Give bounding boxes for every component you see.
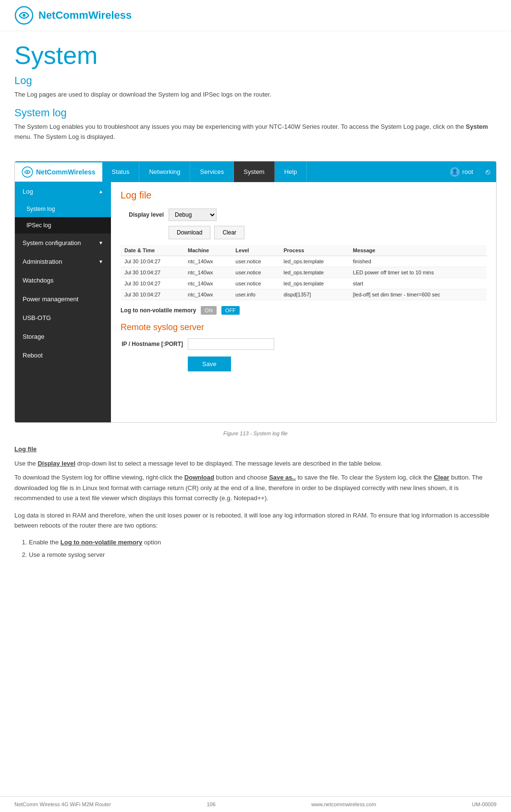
cell-process: led_ops.template (280, 278, 349, 289)
list-item: Use a remote syslog server (29, 550, 497, 560)
page-header: NetCommWireless (0, 0, 511, 31)
sidebar-item-usb[interactable]: USB-OTG (15, 308, 111, 327)
remote-syslog-title: Remote syslog server (121, 322, 487, 332)
col-process: Process (280, 245, 349, 256)
nav-services[interactable]: Services (190, 161, 234, 182)
cell-datetime: Jul 30 10:04:27 (121, 289, 184, 300)
sidebar-item-power[interactable]: Power management (15, 290, 111, 308)
sidebar-item-system-config[interactable]: System configuration ▼ (15, 234, 111, 252)
log-file-subheading: Log file (14, 445, 36, 453)
nav-items: Status Networking Services System Help (102, 161, 443, 182)
download-button[interactable]: Download (169, 226, 210, 239)
ip-hostname-label: IP / Hostname [:PORT] (121, 341, 183, 347)
svg-point-3 (26, 171, 28, 173)
sidebar-item-log[interactable]: Log ▲ (15, 182, 111, 201)
sidebar-item-watchdogs[interactable]: Watchdogs (15, 271, 111, 290)
nav-logo: NetCommWireless (15, 162, 102, 182)
sidebar-administration-label: Administration (23, 258, 62, 265)
sidebar-log-label: Log (23, 188, 33, 195)
cell-datetime: Jul 30 10:04:27 (121, 278, 184, 289)
cell-machine: ntc_140wx (184, 289, 231, 300)
nav-bar: NetCommWireless Status Networking Servic… (15, 161, 496, 182)
log-table: Date & Time Machine Level Process Messag… (121, 245, 487, 300)
log-intro-text: The Log pages are used to display or dow… (14, 90, 497, 100)
sidebar-ipsec-log-label: IPSec log (26, 222, 51, 229)
table-row: Jul 30 10:04:27 ntc_140wx user.notice le… (121, 267, 487, 278)
remote-syslog-row: IP / Hostname [:PORT] (121, 338, 487, 350)
save-button[interactable]: Save (188, 357, 231, 371)
sidebar-item-system-log[interactable]: System log (15, 201, 111, 217)
cell-message: start (349, 278, 487, 289)
cell-level: user.info (231, 289, 280, 300)
cell-message: LED power off timer set to 10 mins (349, 267, 487, 278)
toggle-off-btn[interactable]: OFF (221, 306, 240, 315)
clear-button[interactable]: Clear (214, 226, 244, 239)
cell-message: finished (349, 256, 487, 267)
sidebar-item-storage[interactable]: Storage (15, 327, 111, 346)
log-table-header: Date & Time Machine Level Process Messag… (121, 245, 487, 256)
sidebar-system-log-label: System log (26, 206, 55, 212)
sidebar-watchdogs-label: Watchdogs (23, 277, 54, 284)
nav-networking[interactable]: Networking (139, 161, 190, 182)
nav-logo-icon (22, 166, 33, 178)
sidebar-reboot-label: Reboot (23, 352, 43, 359)
sidebar-log-arrow: ▲ (98, 189, 103, 194)
footer-product: NetComm Wireless 4G WiFi M2M Router (14, 801, 111, 807)
table-row: Jul 30 10:04:27 ntc_140wx user.notice le… (121, 278, 487, 289)
logo-icon (14, 6, 34, 25)
cell-process: led_ops.template (280, 267, 349, 278)
nav-username: root (462, 168, 473, 175)
brand-logo: NetCommWireless (14, 6, 497, 25)
volatile-label: Log to non-volatile memory (121, 307, 196, 314)
page-footer: NetComm Wireless 4G WiFi M2M Router 106 … (0, 796, 511, 812)
ip-hostname-input[interactable] (188, 338, 274, 350)
sidebar-admin-arrow: ▼ (98, 259, 103, 264)
footer-model: UM-00009 (472, 801, 497, 807)
nav-system[interactable]: System (234, 161, 274, 182)
nav-status[interactable]: Status (102, 161, 140, 182)
list-item: Enable the Log to non-volatile memory op… (29, 537, 497, 547)
table-row: Jul 30 10:04:27 ntc_140wx user.notice le… (121, 256, 487, 267)
col-machine: Machine (184, 245, 231, 256)
ui-screenshot: NetCommWireless Status Networking Servic… (14, 161, 497, 423)
log-buttons: Download Clear (169, 226, 487, 239)
log-heading: Log (14, 74, 497, 87)
cell-datetime: Jul 30 10:04:27 (121, 256, 184, 267)
nav-brand-name: NetCommWireless (36, 168, 96, 176)
figure-caption: Figure 113 - System log file (0, 431, 511, 436)
col-level: Level (231, 245, 280, 256)
display-level-label: Display level (121, 211, 164, 218)
col-datetime: Date & Time (121, 245, 184, 256)
cell-level: user.notice (231, 267, 280, 278)
table-row: Jul 30 10:04:27 ntc_140wx user.info disp… (121, 289, 487, 300)
display-level-select[interactable]: Debug (169, 209, 217, 221)
nav-help[interactable]: Help (275, 161, 307, 182)
body-section-log-file: Log file Use the Display level drop-down… (0, 444, 511, 503)
options-list: Enable the Log to non-volatile memory op… (0, 537, 511, 560)
log-table-body: Jul 30 10:04:27 ntc_140wx user.notice le… (121, 256, 487, 300)
cell-process: dispd[1357] (280, 289, 349, 300)
page-title-section: System Log The Log pages are used to dis… (0, 31, 511, 153)
page-title: System (14, 41, 497, 70)
sidebar-storage-label: Storage (23, 333, 45, 340)
cell-message: [led-off] set dim timer - timer=600 sec (349, 289, 487, 300)
cell-level: user.notice (231, 256, 280, 267)
download-description: To download the System log for offline v… (14, 472, 497, 503)
nav-user: 👤 root (443, 163, 480, 181)
sidebar-item-ipsec-log[interactable]: IPSec log (15, 217, 111, 234)
cell-datetime: Jul 30 10:04:27 (121, 267, 184, 278)
content-area: Log file Display level Debug Download Cl… (111, 182, 496, 422)
cell-machine: ntc_140wx (184, 267, 231, 278)
nav-logout-icon[interactable]: ⎋ (480, 164, 496, 180)
brand-name: NetCommWireless (38, 9, 132, 22)
user-icon: 👤 (450, 167, 460, 177)
toggle-on-btn[interactable]: ON (201, 306, 217, 315)
system-log-text: The System Log enables you to troublesho… (14, 122, 497, 142)
svg-point-1 (23, 14, 25, 17)
sidebar-item-administration[interactable]: Administration ▼ (15, 252, 111, 271)
cell-machine: ntc_140wx (184, 278, 231, 289)
log-file-title: Log file (121, 190, 487, 201)
system-log-heading: System log (14, 107, 497, 119)
sidebar-item-reboot[interactable]: Reboot (15, 346, 111, 365)
sidebar-system-config-arrow: ▼ (98, 240, 103, 246)
